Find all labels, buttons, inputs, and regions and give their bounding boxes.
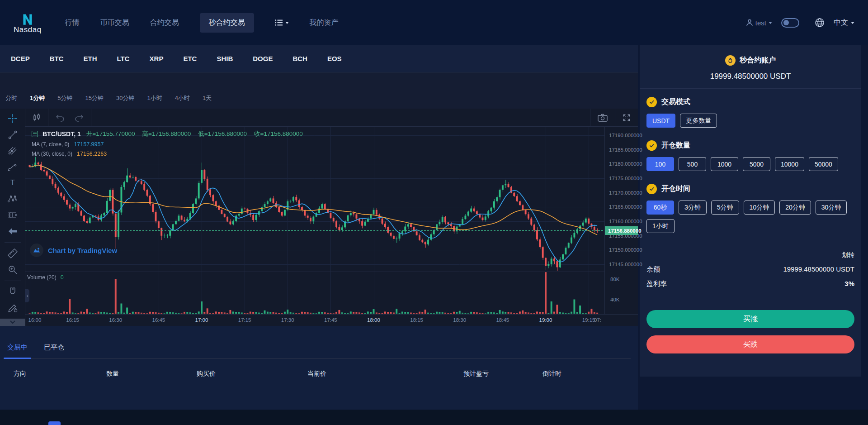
- interval-tab[interactable]: 1天: [203, 94, 212, 102]
- price-axis-label: 17170.000000: [609, 186, 638, 200]
- pattern-tool-icon[interactable]: [6, 194, 19, 205]
- toolbar-more-strip[interactable]: [0, 319, 25, 326]
- chevron-down-icon: [285, 22, 289, 26]
- ruler-icon[interactable]: [6, 248, 19, 259]
- amount-option[interactable]: 10000: [775, 157, 804, 171]
- coin-tab[interactable]: BCH: [292, 55, 307, 62]
- brand-logo[interactable]: Nasdaq: [14, 11, 42, 34]
- text-tool-icon[interactable]: T: [6, 177, 19, 189]
- orders-tab[interactable]: 已平仓: [44, 343, 64, 358]
- brush-icon[interactable]: [6, 162, 19, 173]
- price-axis[interactable]: 17190.00000017185.00000017180.0000001717…: [604, 127, 638, 315]
- coin-tab[interactable]: SHIB: [217, 55, 233, 62]
- time-axis-label: 18:15: [410, 317, 423, 323]
- orders-tab[interactable]: 交易中: [7, 343, 28, 358]
- toolbar-collapse-handle[interactable]: ‹: [25, 289, 29, 302]
- time-axis[interactable]: 16:0016:1516:3016:4517:0017:1517:3017:45…: [25, 315, 604, 326]
- zoom-in-icon[interactable]: [6, 264, 19, 275]
- coin-tab[interactable]: LTC: [117, 55, 130, 62]
- trendline-icon[interactable]: [6, 129, 19, 141]
- interval-row: 分时1分钟5分钟15分钟30分钟1小时4小时1天: [0, 72, 638, 109]
- volume-value: 0: [61, 274, 64, 281]
- duration-option[interactable]: 5分钟: [711, 201, 739, 215]
- time-axis-label: 16:15: [66, 317, 79, 323]
- amount-option[interactable]: 50000: [809, 157, 838, 171]
- time-axis-label: 18:45: [496, 317, 509, 323]
- amount-option[interactable]: 500: [679, 157, 706, 171]
- volume-label: Volume (20): [27, 274, 57, 281]
- orders-section: 交易中已平仓 方向数量购买价当前价预计盈亏倒计时: [0, 337, 638, 410]
- duration-option[interactable]: 1小时: [646, 219, 675, 233]
- coin-tab[interactable]: ETC: [183, 55, 197, 62]
- time-axis-label: 17:45: [324, 317, 337, 323]
- time-axis-divider: [25, 314, 638, 315]
- chevron-down-icon: [769, 22, 772, 26]
- interval-tab[interactable]: 4小时: [175, 94, 190, 102]
- ohlc-value: 高=17156.880000: [142, 130, 191, 138]
- lock-drawings-icon[interactable]: [6, 302, 19, 314]
- orders-column-header: 倒计时: [542, 370, 631, 378]
- fullscreen-icon[interactable]: [622, 113, 631, 122]
- trade-mode-options: USDT更多数量: [646, 114, 854, 128]
- theme-toggle[interactable]: [781, 18, 799, 28]
- topnav-item[interactable]: 币币交易: [100, 13, 129, 33]
- amount-option[interactable]: 1000: [711, 157, 738, 171]
- svg-text:T: T: [10, 179, 15, 186]
- ma7-value: 17157.9957: [74, 141, 104, 148]
- coin-tab[interactable]: DCEP: [11, 55, 30, 62]
- duration-option[interactable]: 10分钟: [744, 201, 775, 215]
- time-axis-label: 18:00: [367, 317, 380, 323]
- watermark-text: Chart by TradingView: [48, 247, 117, 254]
- interval-tab[interactable]: 15分钟: [85, 94, 103, 102]
- camera-snapshot-icon[interactable]: [597, 113, 608, 122]
- transfer-link[interactable]: 划转: [646, 251, 854, 259]
- account-coin-icon: [725, 55, 736, 66]
- language-selector[interactable]: 中文: [834, 18, 854, 28]
- orders-column-header: 方向: [14, 370, 106, 378]
- tradingview-logo-icon: [30, 244, 43, 257]
- trading-chart: T: [0, 109, 638, 326]
- trade-mode-option[interactable]: USDT: [646, 114, 675, 128]
- profit-rate-row: 盈利率 3%: [646, 280, 854, 288]
- chevron-down-icon: [9, 320, 16, 325]
- coin-tab[interactable]: ETH: [84, 55, 97, 62]
- time-axis-label: 19:00: [539, 317, 552, 323]
- pitchfork-icon[interactable]: [6, 145, 19, 157]
- undo-icon[interactable]: [55, 114, 65, 122]
- duration-option[interactable]: 20分钟: [779, 201, 811, 215]
- redo-icon[interactable]: [74, 114, 84, 122]
- coin-tab[interactable]: BTC: [50, 55, 64, 62]
- duration-option[interactable]: 3分钟: [679, 201, 707, 215]
- interval-tab[interactable]: 分时: [5, 94, 17, 102]
- interval-tab[interactable]: 5分钟: [57, 94, 72, 102]
- amount-option[interactable]: 100: [646, 157, 674, 171]
- section-title: 开仓时间: [661, 184, 690, 194]
- trade-mode-section: 交易模式 USDT更多数量: [646, 97, 854, 128]
- interval-tab[interactable]: 1分钟: [30, 94, 45, 102]
- user-menu[interactable]: test: [746, 19, 772, 27]
- topnav-item-assets[interactable]: 我的资产: [310, 13, 339, 33]
- coin-tab[interactable]: XRP: [150, 55, 164, 62]
- topnav-item[interactable]: 秒合约交易: [200, 13, 254, 33]
- arrow-left-icon[interactable]: [6, 226, 19, 237]
- main-content: DCEPBTCETHLTCXRPETCSHIBDOGEBCHEOS 分时1分钟5…: [0, 45, 868, 410]
- trade-mode-option[interactable]: 更多数量: [680, 114, 717, 128]
- topnav-item[interactable]: 合约交易: [150, 13, 179, 33]
- forecast-tool-icon[interactable]: [6, 210, 19, 221]
- buy-down-button[interactable]: 买跌: [646, 335, 854, 353]
- markets-menu-dropdown[interactable]: [275, 19, 289, 26]
- chart-style-icon[interactable]: [32, 131, 38, 137]
- duration-option[interactable]: 30分钟: [816, 201, 847, 215]
- interval-tab[interactable]: 1小时: [147, 94, 162, 102]
- topnav-item[interactable]: 行情: [65, 13, 80, 33]
- tradingview-attribution[interactable]: Chart by TradingView: [30, 244, 117, 257]
- duration-option[interactable]: 60秒: [646, 201, 674, 215]
- interval-tab[interactable]: 30分钟: [116, 94, 134, 102]
- coin-tab[interactable]: EOS: [327, 55, 342, 62]
- coin-tab[interactable]: DOGE: [253, 55, 273, 62]
- candlestick-style-icon[interactable]: [32, 113, 41, 122]
- amount-option[interactable]: 5000: [743, 157, 770, 171]
- crosshair-icon[interactable]: [6, 113, 19, 124]
- magnet-icon[interactable]: [6, 287, 19, 298]
- buy-up-button[interactable]: 买涨: [646, 310, 854, 328]
